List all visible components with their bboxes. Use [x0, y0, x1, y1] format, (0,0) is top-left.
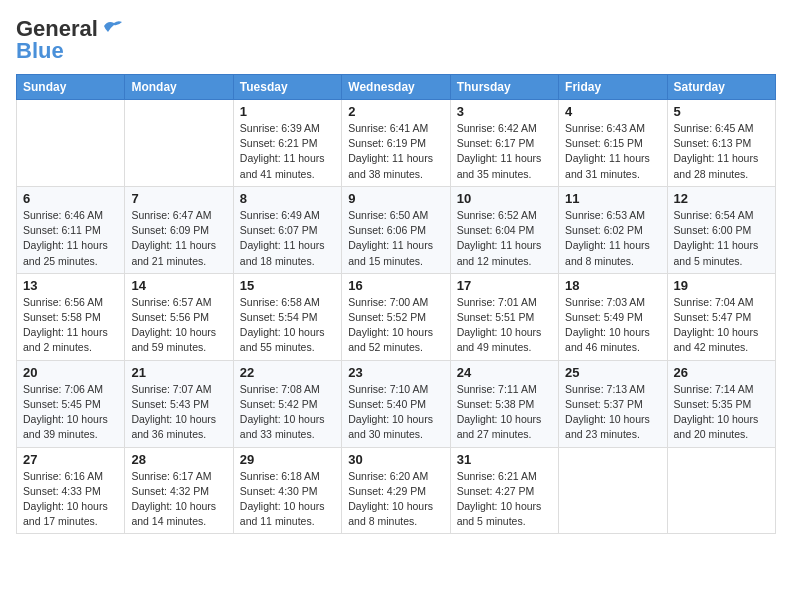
day-info: Sunrise: 6:56 AMSunset: 5:58 PMDaylight:… — [23, 295, 118, 356]
day-info: Sunrise: 6:47 AMSunset: 6:09 PMDaylight:… — [131, 208, 226, 269]
day-info: Sunrise: 6:58 AMSunset: 5:54 PMDaylight:… — [240, 295, 335, 356]
day-info: Sunrise: 6:39 AMSunset: 6:21 PMDaylight:… — [240, 121, 335, 182]
calendar-cell: 4Sunrise: 6:43 AMSunset: 6:15 PMDaylight… — [559, 100, 667, 187]
day-number: 11 — [565, 191, 660, 206]
calendar-cell: 27Sunrise: 6:16 AMSunset: 4:33 PMDayligh… — [17, 447, 125, 534]
calendar-cell: 3Sunrise: 6:42 AMSunset: 6:17 PMDaylight… — [450, 100, 558, 187]
calendar-cell — [125, 100, 233, 187]
day-number: 26 — [674, 365, 769, 380]
calendar-cell: 29Sunrise: 6:18 AMSunset: 4:30 PMDayligh… — [233, 447, 341, 534]
day-info: Sunrise: 7:03 AMSunset: 5:49 PMDaylight:… — [565, 295, 660, 356]
week-row-2: 6Sunrise: 6:46 AMSunset: 6:11 PMDaylight… — [17, 186, 776, 273]
day-number: 8 — [240, 191, 335, 206]
weekday-header-wednesday: Wednesday — [342, 75, 450, 100]
day-info: Sunrise: 7:14 AMSunset: 5:35 PMDaylight:… — [674, 382, 769, 443]
calendar-cell: 13Sunrise: 6:56 AMSunset: 5:58 PMDayligh… — [17, 273, 125, 360]
day-number: 7 — [131, 191, 226, 206]
day-info: Sunrise: 7:13 AMSunset: 5:37 PMDaylight:… — [565, 382, 660, 443]
calendar-cell: 9Sunrise: 6:50 AMSunset: 6:06 PMDaylight… — [342, 186, 450, 273]
day-number: 21 — [131, 365, 226, 380]
day-number: 18 — [565, 278, 660, 293]
day-info: Sunrise: 7:06 AMSunset: 5:45 PMDaylight:… — [23, 382, 118, 443]
day-number: 19 — [674, 278, 769, 293]
week-row-4: 20Sunrise: 7:06 AMSunset: 5:45 PMDayligh… — [17, 360, 776, 447]
calendar-cell — [667, 447, 775, 534]
day-info: Sunrise: 6:42 AMSunset: 6:17 PMDaylight:… — [457, 121, 552, 182]
day-number: 16 — [348, 278, 443, 293]
day-number: 31 — [457, 452, 552, 467]
logo-bird-icon — [100, 18, 122, 36]
calendar-cell: 12Sunrise: 6:54 AMSunset: 6:00 PMDayligh… — [667, 186, 775, 273]
day-info: Sunrise: 7:01 AMSunset: 5:51 PMDaylight:… — [457, 295, 552, 356]
weekday-header-friday: Friday — [559, 75, 667, 100]
day-number: 28 — [131, 452, 226, 467]
day-number: 2 — [348, 104, 443, 119]
calendar-cell: 7Sunrise: 6:47 AMSunset: 6:09 PMDaylight… — [125, 186, 233, 273]
day-number: 12 — [674, 191, 769, 206]
day-number: 17 — [457, 278, 552, 293]
calendar-cell: 15Sunrise: 6:58 AMSunset: 5:54 PMDayligh… — [233, 273, 341, 360]
calendar-cell: 11Sunrise: 6:53 AMSunset: 6:02 PMDayligh… — [559, 186, 667, 273]
day-info: Sunrise: 7:11 AMSunset: 5:38 PMDaylight:… — [457, 382, 552, 443]
day-info: Sunrise: 6:21 AMSunset: 4:27 PMDaylight:… — [457, 469, 552, 530]
week-row-3: 13Sunrise: 6:56 AMSunset: 5:58 PMDayligh… — [17, 273, 776, 360]
calendar-cell: 30Sunrise: 6:20 AMSunset: 4:29 PMDayligh… — [342, 447, 450, 534]
day-info: Sunrise: 7:08 AMSunset: 5:42 PMDaylight:… — [240, 382, 335, 443]
calendar-table: SundayMondayTuesdayWednesdayThursdayFrid… — [16, 74, 776, 534]
day-number: 22 — [240, 365, 335, 380]
day-number: 27 — [23, 452, 118, 467]
day-info: Sunrise: 6:50 AMSunset: 6:06 PMDaylight:… — [348, 208, 443, 269]
day-info: Sunrise: 6:57 AMSunset: 5:56 PMDaylight:… — [131, 295, 226, 356]
week-row-1: 1Sunrise: 6:39 AMSunset: 6:21 PMDaylight… — [17, 100, 776, 187]
weekday-header-row: SundayMondayTuesdayWednesdayThursdayFrid… — [17, 75, 776, 100]
calendar-cell: 10Sunrise: 6:52 AMSunset: 6:04 PMDayligh… — [450, 186, 558, 273]
calendar-cell — [559, 447, 667, 534]
day-info: Sunrise: 6:41 AMSunset: 6:19 PMDaylight:… — [348, 121, 443, 182]
day-number: 10 — [457, 191, 552, 206]
day-info: Sunrise: 7:10 AMSunset: 5:40 PMDaylight:… — [348, 382, 443, 443]
day-info: Sunrise: 7:04 AMSunset: 5:47 PMDaylight:… — [674, 295, 769, 356]
day-info: Sunrise: 6:43 AMSunset: 6:15 PMDaylight:… — [565, 121, 660, 182]
calendar-cell: 2Sunrise: 6:41 AMSunset: 6:19 PMDaylight… — [342, 100, 450, 187]
calendar-cell: 25Sunrise: 7:13 AMSunset: 5:37 PMDayligh… — [559, 360, 667, 447]
calendar-cell: 14Sunrise: 6:57 AMSunset: 5:56 PMDayligh… — [125, 273, 233, 360]
calendar-cell: 28Sunrise: 6:17 AMSunset: 4:32 PMDayligh… — [125, 447, 233, 534]
calendar-cell: 1Sunrise: 6:39 AMSunset: 6:21 PMDaylight… — [233, 100, 341, 187]
day-number: 25 — [565, 365, 660, 380]
calendar-cell: 31Sunrise: 6:21 AMSunset: 4:27 PMDayligh… — [450, 447, 558, 534]
day-number: 24 — [457, 365, 552, 380]
logo: General Blue — [16, 16, 122, 64]
weekday-header-tuesday: Tuesday — [233, 75, 341, 100]
calendar-cell: 21Sunrise: 7:07 AMSunset: 5:43 PMDayligh… — [125, 360, 233, 447]
day-number: 3 — [457, 104, 552, 119]
calendar-cell: 18Sunrise: 7:03 AMSunset: 5:49 PMDayligh… — [559, 273, 667, 360]
day-number: 6 — [23, 191, 118, 206]
day-number: 15 — [240, 278, 335, 293]
calendar-cell — [17, 100, 125, 187]
day-number: 4 — [565, 104, 660, 119]
calendar-cell: 8Sunrise: 6:49 AMSunset: 6:07 PMDaylight… — [233, 186, 341, 273]
day-info: Sunrise: 6:20 AMSunset: 4:29 PMDaylight:… — [348, 469, 443, 530]
day-info: Sunrise: 6:18 AMSunset: 4:30 PMDaylight:… — [240, 469, 335, 530]
day-number: 23 — [348, 365, 443, 380]
day-info: Sunrise: 6:52 AMSunset: 6:04 PMDaylight:… — [457, 208, 552, 269]
day-info: Sunrise: 7:07 AMSunset: 5:43 PMDaylight:… — [131, 382, 226, 443]
week-row-5: 27Sunrise: 6:16 AMSunset: 4:33 PMDayligh… — [17, 447, 776, 534]
weekday-header-thursday: Thursday — [450, 75, 558, 100]
day-info: Sunrise: 7:00 AMSunset: 5:52 PMDaylight:… — [348, 295, 443, 356]
day-number: 14 — [131, 278, 226, 293]
day-number: 13 — [23, 278, 118, 293]
calendar-cell: 20Sunrise: 7:06 AMSunset: 5:45 PMDayligh… — [17, 360, 125, 447]
day-info: Sunrise: 6:17 AMSunset: 4:32 PMDaylight:… — [131, 469, 226, 530]
logo-text-blue: Blue — [16, 38, 64, 64]
day-info: Sunrise: 6:46 AMSunset: 6:11 PMDaylight:… — [23, 208, 118, 269]
calendar-cell: 23Sunrise: 7:10 AMSunset: 5:40 PMDayligh… — [342, 360, 450, 447]
day-number: 30 — [348, 452, 443, 467]
weekday-header-sunday: Sunday — [17, 75, 125, 100]
day-info: Sunrise: 6:53 AMSunset: 6:02 PMDaylight:… — [565, 208, 660, 269]
day-number: 29 — [240, 452, 335, 467]
page-header: General Blue — [16, 16, 776, 64]
day-info: Sunrise: 6:16 AMSunset: 4:33 PMDaylight:… — [23, 469, 118, 530]
calendar-cell: 19Sunrise: 7:04 AMSunset: 5:47 PMDayligh… — [667, 273, 775, 360]
calendar-cell: 5Sunrise: 6:45 AMSunset: 6:13 PMDaylight… — [667, 100, 775, 187]
